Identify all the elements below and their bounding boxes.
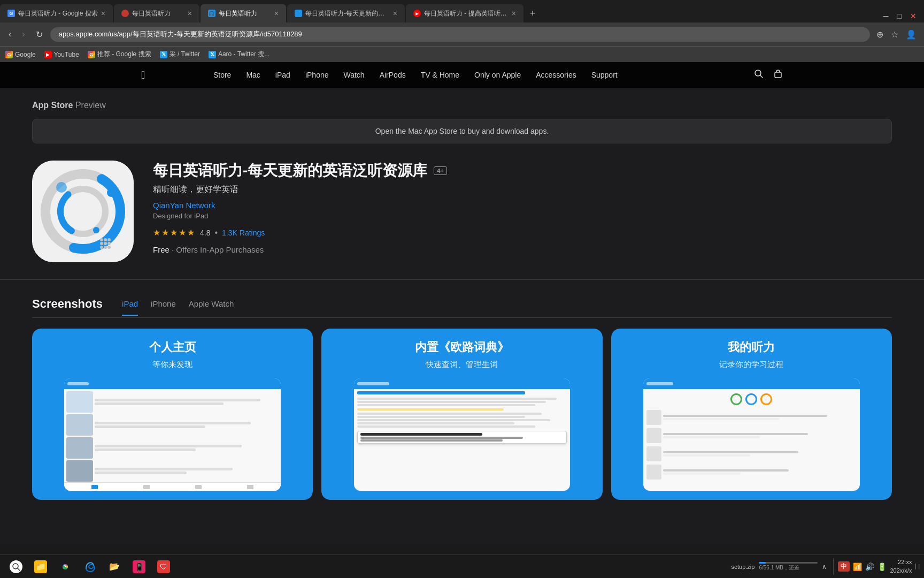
designed-for: Designed for iPad <box>153 212 892 220</box>
nav-mac[interactable]: Mac <box>246 71 260 79</box>
app-store-link[interactable]: App Store <box>32 101 73 110</box>
tab-3-title: 每日英语听力 <box>219 9 271 18</box>
breadcrumb: App Store Preview <box>32 101 892 110</box>
battery-icon[interactable]: 🔋 <box>877 562 887 571</box>
svg-point-9 <box>93 227 99 233</box>
new-tab-button[interactable]: + <box>525 4 541 22</box>
svg-point-10 <box>100 238 103 241</box>
clock: 22:xx 202x/x/x <box>890 558 912 575</box>
nav-extras: ⊕ ☆ 👤 <box>874 27 919 42</box>
bookmark-twitter-cai[interactable]: 𝕏 采 / Twitter <box>160 50 200 59</box>
nav-tv-home[interactable]: TV & Home <box>421 71 459 79</box>
nav-only-on-apple[interactable]: Only on Apple <box>474 71 521 79</box>
tab-2[interactable]: 每日英语听力 × <box>114 4 199 22</box>
sc2-phone-mock <box>354 378 571 491</box>
taskbar-item-security[interactable]: 🛡 <box>152 558 175 575</box>
taskbar-item-chrome[interactable] <box>53 558 77 575</box>
date-display: 202x/x/x <box>890 567 912 575</box>
screenshots-header: Screenshots iPad iPhone Apple Watch <box>32 297 892 318</box>
app-info-section: 每日英语听力-每天更新的英语泛听资源库 4+ 精听细读，更好学英语 QianYa… <box>0 143 924 280</box>
tab-1-close[interactable]: × <box>101 9 105 18</box>
svg-rect-2 <box>775 72 781 78</box>
bookmark-button[interactable]: ☆ <box>889 27 900 42</box>
back-button[interactable]: ‹ <box>5 27 14 41</box>
svg-line-21 <box>18 568 20 571</box>
translate-button[interactable]: ⊕ <box>874 27 886 42</box>
taskbar: 📁 📂 📱 🛡 setup.zip 6/56.1 MB，还差 ∧ <box>0 554 924 578</box>
search-icon[interactable] <box>754 69 764 81</box>
time-display: 22:xx <box>890 558 912 566</box>
svg-point-14 <box>104 242 107 245</box>
sc3-phone-mock <box>643 378 860 491</box>
taskbar-item-edge[interactable] <box>78 558 102 575</box>
svg-point-17 <box>104 246 107 249</box>
apple-logo[interactable]:  <box>141 69 145 81</box>
screenshots-section: Screenshots iPad iPhone Apple Watch 个人主页… <box>0 280 924 517</box>
svg-point-15 <box>107 242 111 245</box>
nav-accessories[interactable]: Accessories <box>536 71 576 79</box>
tab-3[interactable]: 🎧 每日英语听力 × <box>201 4 286 22</box>
nav-airpods[interactable]: AirPods <box>380 71 406 79</box>
taskbar-item-file[interactable]: 📁 <box>29 558 52 575</box>
tab-4[interactable]: 每日英语听力-每天更新的英语2 × <box>287 4 405 22</box>
rating-count[interactable]: 1.3K Ratings <box>222 229 265 237</box>
address-bar[interactable]: apps.apple.com/us/app/每日英语听力-每天更新的英语泛听资源… <box>50 27 870 42</box>
nav-store[interactable]: Store <box>213 71 231 79</box>
screenshot-card-3: 我的听力 记录你的学习过程 <box>611 329 892 500</box>
tab-ipad[interactable]: iPad <box>122 299 138 316</box>
bookmarks-bar: G Google ▶ YouTube G 推荐 - Google 搜索 𝕏 采 … <box>0 46 924 62</box>
bag-icon[interactable] <box>773 69 783 81</box>
browser-chrome: G 每日英语听力 - Google 搜索 × 每日英语听力 × 🎧 每日英语听力… <box>0 0 924 62</box>
system-tray: 中 📶 🔊 🔋 22:xx 202x/x/x | <box>833 558 920 575</box>
taskbar-item-app1[interactable]: 📱 <box>127 558 151 575</box>
tab-5-title: 每日英语听力 - 提高英语听力的... <box>424 9 509 18</box>
bookmark-tuijian-label: 推荐 - Google 搜索 <box>97 50 151 59</box>
screenshot-card-1: 个人主页 等你来发现 <box>32 329 313 500</box>
profile-button[interactable]: 👤 <box>904 27 919 42</box>
download-chevron[interactable]: ∧ <box>822 563 827 571</box>
taskbar-item-search[interactable] <box>4 558 28 575</box>
nav-support[interactable]: Support <box>591 71 618 79</box>
ime-indicator[interactable]: 中 <box>838 561 850 572</box>
bookmark-aaro[interactable]: 𝕏 Aaro - Twitter 搜... <box>209 50 270 59</box>
window-close[interactable]: ✕ <box>907 10 920 22</box>
wifi-icon[interactable]: 📶 <box>853 562 862 571</box>
taskbar-item-folder[interactable]: 📂 <box>103 558 126 575</box>
screenshots-grid: 个人主页 等你来发现 <box>32 329 892 500</box>
svg-point-18 <box>107 246 111 249</box>
svg-point-19 <box>56 182 67 193</box>
tab-apple-watch[interactable]: Apple Watch <box>189 299 234 316</box>
banner-text: Open the Mac App Store to buy and downlo… <box>375 127 549 135</box>
window-minimize[interactable]: ─ <box>880 10 892 22</box>
download-size: 6/56.1 MB，还差 <box>759 564 799 572</box>
volume-icon[interactable]: 🔊 <box>865 562 874 571</box>
bookmark-google[interactable]: G Google <box>5 51 36 58</box>
sc1-title: 个人主页 <box>149 339 196 355</box>
nav-watch[interactable]: Watch <box>343 71 364 79</box>
app-developer-link[interactable]: QianYan Network <box>153 201 892 210</box>
tab-5-close[interactable]: × <box>512 9 516 18</box>
main-content:  Store Mac iPad iPhone Watch AirPods TV… <box>0 62 924 544</box>
bookmark-youtube[interactable]: ▶ YouTube <box>44 51 79 58</box>
tab-bar: G 每日英语听力 - Google 搜索 × 每日英语听力 × 🎧 每日英语听力… <box>0 0 924 22</box>
svg-point-13 <box>100 242 103 245</box>
reload-button[interactable]: ↻ <box>33 27 46 42</box>
app-title-row: 每日英语听力-每天更新的英语泛听资源库 4+ <box>153 161 892 181</box>
age-badge: 4+ <box>434 166 447 175</box>
tab-5[interactable]: ▶ 每日英语听力 - 提高英语听力的... × <box>406 4 523 22</box>
tab-iphone[interactable]: iPhone <box>151 299 176 316</box>
svg-line-1 <box>760 75 763 78</box>
forward-button[interactable]: › <box>19 27 28 41</box>
tab-4-close[interactable]: × <box>393 9 397 18</box>
show-desktop[interactable]: | <box>915 564 920 569</box>
mac-banner: Open the Mac App Store to buy and downlo… <box>32 119 892 143</box>
tab-1-title: 每日英语听力 - Google 搜索 <box>18 9 98 18</box>
tab-2-close[interactable]: × <box>188 9 192 18</box>
nav-iphone[interactable]: iPhone <box>305 71 329 79</box>
window-maximize[interactable]: □ <box>894 10 905 22</box>
tab-1[interactable]: G 每日英语听力 - Google 搜索 × <box>0 4 113 22</box>
svg-point-11 <box>104 238 107 241</box>
nav-ipad[interactable]: iPad <box>275 71 290 79</box>
tab-3-close[interactable]: × <box>274 9 279 18</box>
bookmark-tuijian[interactable]: G 推荐 - Google 搜索 <box>88 50 151 59</box>
